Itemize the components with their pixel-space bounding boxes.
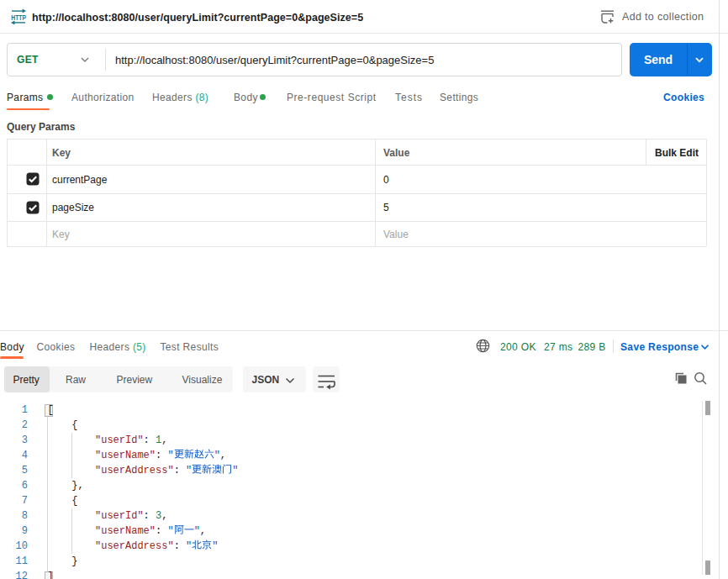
svg-text:HTTP: HTTP [11, 13, 26, 22]
